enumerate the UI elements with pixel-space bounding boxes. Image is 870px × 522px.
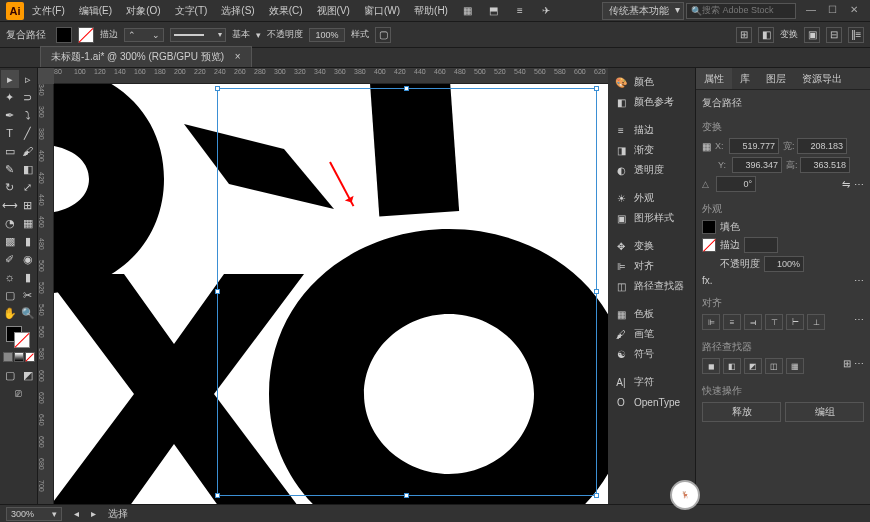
- draw-normal-icon[interactable]: ▢: [1, 366, 19, 384]
- gradient-mode-icon[interactable]: [14, 352, 24, 362]
- gpu-icon[interactable]: ≡: [512, 3, 528, 19]
- maximize-button[interactable]: ☐: [828, 4, 842, 18]
- close-button[interactable]: ✕: [850, 4, 864, 18]
- selection-handle-ne[interactable]: [594, 86, 599, 91]
- more-appearance-icon[interactable]: ⋯: [854, 275, 864, 286]
- stroke-swatch[interactable]: [78, 27, 94, 43]
- symbol-sprayer-tool[interactable]: ☼: [1, 268, 19, 286]
- tab-properties[interactable]: 属性: [696, 68, 732, 89]
- draw-behind-icon[interactable]: ◩: [19, 366, 37, 384]
- minus-front-button[interactable]: ◧: [723, 358, 741, 374]
- selection-handle-e[interactable]: [594, 289, 599, 294]
- menu-help[interactable]: 帮助(H): [408, 2, 454, 20]
- pref-icon[interactable]: ⊟: [826, 27, 842, 43]
- zoom-tool[interactable]: 🔍: [19, 304, 37, 322]
- pen-tool[interactable]: ✒: [1, 106, 19, 124]
- menu-text[interactable]: 文字(T): [169, 2, 214, 20]
- release-button[interactable]: 释放: [702, 402, 781, 422]
- panel-symbols[interactable]: ☯符号: [608, 344, 695, 364]
- type-tool[interactable]: T: [1, 124, 19, 142]
- menu-effect[interactable]: 效果(C): [263, 2, 309, 20]
- fill-swatch[interactable]: [56, 27, 72, 43]
- opacity-input[interactable]: [309, 28, 345, 42]
- lasso-tool[interactable]: ⊃: [19, 88, 37, 106]
- more-icon[interactable]: ‖≡: [848, 27, 864, 43]
- panel-graphic-styles[interactable]: ▣图形样式: [608, 208, 695, 228]
- panel-swatches[interactable]: ▦色板: [608, 304, 695, 324]
- menu-object[interactable]: 对象(O): [120, 2, 166, 20]
- panel-character[interactable]: A|字符: [608, 372, 695, 392]
- graphic-style-swatch[interactable]: ▢: [375, 27, 391, 43]
- tab-close-icon[interactable]: ×: [235, 51, 241, 62]
- menu-select[interactable]: 选择(S): [215, 2, 260, 20]
- send-icon[interactable]: ✈: [538, 3, 554, 19]
- selection-tool[interactable]: ▸: [1, 70, 19, 88]
- shaper-tool[interactable]: ✎: [1, 160, 19, 178]
- panel-transparency[interactable]: ◐透明度: [608, 160, 695, 180]
- artboard-tool[interactable]: ▢: [1, 286, 19, 304]
- menu-window[interactable]: 窗口(W): [358, 2, 406, 20]
- y-input[interactable]: 396.347: [732, 157, 782, 173]
- arrange-icon[interactable]: ⬒: [486, 3, 502, 19]
- selection-handle-se[interactable]: [594, 493, 599, 498]
- more-align-icon[interactable]: ⋯: [854, 314, 864, 330]
- divide-button[interactable]: ▦: [786, 358, 804, 374]
- transform-link[interactable]: 变换: [780, 28, 798, 41]
- x-input[interactable]: 519.777: [729, 138, 779, 154]
- tab-export[interactable]: 资源导出: [794, 68, 850, 89]
- selection-handle-w[interactable]: [215, 289, 220, 294]
- panel-color[interactable]: 🎨颜色: [608, 72, 695, 92]
- panel-stroke[interactable]: ≡描边: [608, 120, 695, 140]
- perspective-tool[interactable]: ▦: [19, 214, 37, 232]
- align-vcenter-button[interactable]: ⊢: [786, 314, 804, 330]
- intersect-button[interactable]: ◩: [744, 358, 762, 374]
- blend-tool[interactable]: ◉: [19, 250, 37, 268]
- gradient-tool[interactable]: ▮: [19, 232, 37, 250]
- rotate-tool[interactable]: ↻: [1, 178, 19, 196]
- fx-label[interactable]: fx.: [702, 275, 713, 286]
- stroke-profile-select[interactable]: [170, 28, 226, 42]
- stroke-weight-input[interactable]: ⌃⌄: [124, 28, 164, 42]
- scale-tool[interactable]: ⤢: [19, 178, 37, 196]
- fill-stroke-swatches[interactable]: [4, 326, 34, 350]
- selection-handle-n[interactable]: [404, 86, 409, 91]
- curvature-tool[interactable]: ⤵: [19, 106, 37, 124]
- screen-mode-icon[interactable]: ⎚: [10, 384, 28, 402]
- exclude-button[interactable]: ◫: [765, 358, 783, 374]
- flip-h-icon[interactable]: ⇋: [842, 179, 850, 190]
- menu-file[interactable]: 文件(F): [26, 2, 71, 20]
- prop-fill-swatch[interactable]: [702, 220, 716, 234]
- mesh-tool[interactable]: ▩: [1, 232, 19, 250]
- stroke-color-swatch[interactable]: [14, 332, 30, 348]
- panel-opentype[interactable]: OOpenType: [608, 392, 695, 412]
- eraser-tool[interactable]: ◧: [19, 160, 37, 178]
- hand-tool[interactable]: ✋: [1, 304, 19, 322]
- line-tool[interactable]: ╱: [19, 124, 37, 142]
- prop-opacity-input[interactable]: 100%: [764, 256, 804, 272]
- reference-point-icon[interactable]: ▦: [702, 141, 711, 152]
- document-tab[interactable]: 未标题-1.ai* @ 300% (RGB/GPU 预览) ×: [40, 46, 252, 67]
- menu-view[interactable]: 视图(V): [311, 2, 356, 20]
- panel-gradient[interactable]: ◨渐变: [608, 140, 695, 160]
- canvas-area[interactable]: 8010012014016018020022024026028030032034…: [38, 68, 608, 504]
- selection-handle-sw[interactable]: [215, 493, 220, 498]
- expand-icon[interactable]: ⊞: [843, 358, 851, 374]
- more-pathfinder-icon[interactable]: ⋯: [854, 358, 864, 374]
- selection-handle-s[interactable]: [404, 493, 409, 498]
- panel-appearance[interactable]: ☀外观: [608, 188, 695, 208]
- workspace-selector[interactable]: 传统基本功能: [602, 2, 684, 20]
- tab-layers[interactable]: 图层: [758, 68, 794, 89]
- nav-next-icon[interactable]: ▸: [91, 508, 96, 519]
- angle-input[interactable]: 0°: [716, 176, 756, 192]
- align-left-button[interactable]: ⊫: [702, 314, 720, 330]
- isolate-icon[interactable]: ▣: [804, 27, 820, 43]
- align-icon[interactable]: ⊞: [736, 27, 752, 43]
- shape-icon[interactable]: ◧: [758, 27, 774, 43]
- selection-handle-nw[interactable]: [215, 86, 220, 91]
- more-options-icon[interactable]: ⋯: [854, 179, 864, 190]
- none-mode-icon[interactable]: [25, 352, 35, 362]
- align-hcenter-button[interactable]: ≡: [723, 314, 741, 330]
- height-input[interactable]: 363.518: [800, 157, 850, 173]
- magic-wand-tool[interactable]: ✦: [1, 88, 19, 106]
- eyedropper-tool[interactable]: ✐: [1, 250, 19, 268]
